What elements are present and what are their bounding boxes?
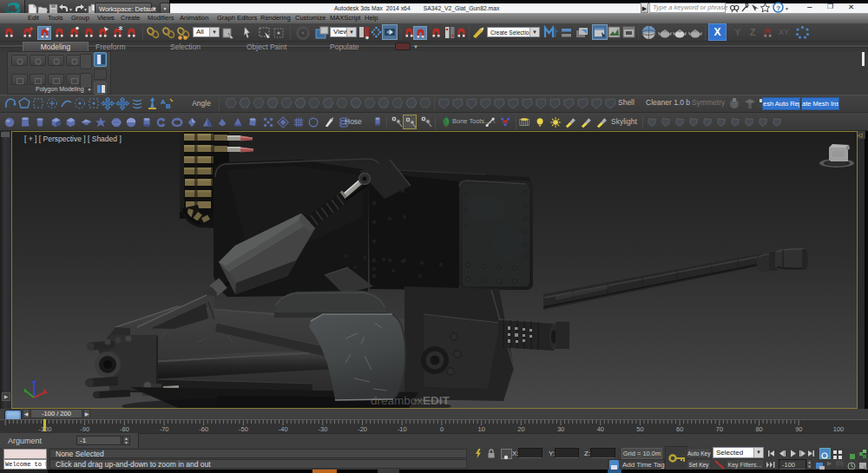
svg-text:?: ?	[776, 4, 780, 12]
svg-text:60: 60	[676, 425, 683, 433]
svg-text:-90: -90	[80, 425, 89, 433]
svg-text:80: 80	[755, 425, 762, 433]
svg-text:0: 0	[440, 425, 444, 433]
svg-text:B: B	[166, 102, 171, 110]
svg-text:-20: -20	[358, 425, 367, 433]
svg-text:10: 10	[478, 425, 485, 433]
svg-text:-10: -10	[398, 425, 407, 433]
svg-text:100: 100	[833, 425, 845, 433]
svg-text:-80: -80	[120, 425, 129, 433]
svg-text:30: 30	[557, 425, 564, 433]
svg-text:20: 20	[517, 425, 524, 433]
svg-text:90: 90	[795, 425, 802, 433]
svg-text:-60: -60	[199, 425, 208, 433]
svg-text:70: 70	[716, 425, 723, 433]
svg-text:-40: -40	[279, 425, 288, 433]
svg-text:-30: -30	[318, 425, 327, 433]
svg-text:50: 50	[636, 425, 643, 433]
svg-text:40: 40	[597, 425, 604, 433]
svg-text:-50: -50	[239, 425, 248, 433]
svg-text:-70: -70	[160, 425, 169, 433]
svg-text:dreamboxEDIT: dreamboxEDIT	[371, 394, 450, 407]
